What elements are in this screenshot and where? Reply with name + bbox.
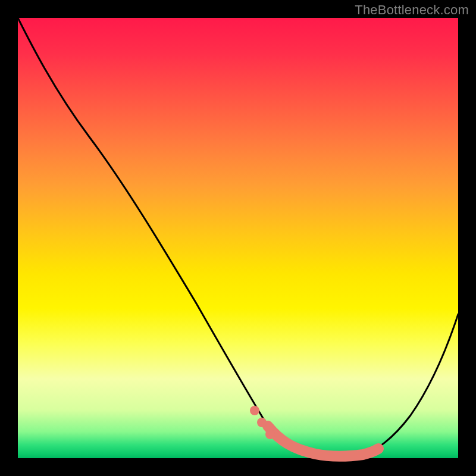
highlight-dot [257, 418, 267, 427]
watermark-label: TheBottleneck.com [355, 2, 469, 18]
highlight-dot [265, 430, 275, 439]
plot-area [18, 18, 458, 458]
highlight-band [268, 426, 378, 456]
highlight-dot [250, 406, 259, 415]
curve-layer [18, 18, 458, 458]
chart-stage: TheBottleneck.com [0, 0, 476, 476]
bottleneck-curve [18, 18, 458, 456]
